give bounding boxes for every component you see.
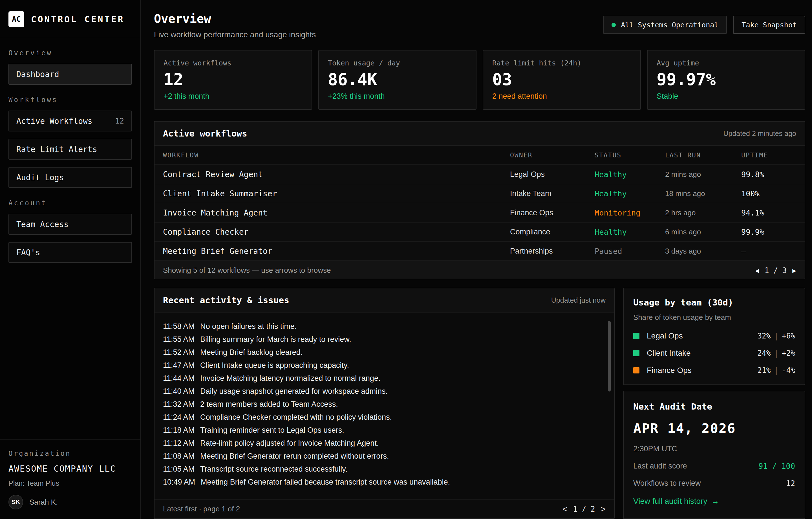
prev-page-icon[interactable]: ◀	[755, 267, 759, 274]
team-color-swatch-icon	[633, 384, 639, 385]
sidebar-item-label: Dashboard	[16, 70, 59, 79]
sidebar-item-dashboard[interactable]: Dashboard	[8, 64, 132, 85]
sidebar-item-faqs[interactable]: FAQ's	[8, 242, 132, 263]
sidebar-item-rate-limit-alerts[interactable]: Rate Limit Alerts	[8, 139, 132, 160]
sidebar-item-active-workflows[interactable]: Active Workflows 12	[8, 111, 132, 132]
activity-time: 11:08 AM	[163, 452, 195, 460]
team-color-swatch-icon	[633, 333, 639, 339]
sidebar-item-label: Rate Limit Alerts	[16, 145, 97, 154]
table-row[interactable]: Meeting Brief Generator Partnerships Pau…	[154, 242, 805, 261]
audit-date: APR 14, 2026	[633, 420, 795, 436]
activity-log-item: 11:05 AMTranscript source reconnected su…	[163, 465, 604, 472]
team-share: 21%	[757, 366, 771, 375]
usage-panel-subtitle: Share of token usage by team	[633, 313, 795, 322]
activity-footer: Latest first · page 1 of 2 < 1 / 2 >	[154, 499, 614, 518]
cell-last-run: 18 mins ago	[665, 189, 735, 198]
active-workflows-panel: Active workflows Updated 2 minutes ago W…	[154, 121, 805, 279]
stat-card: Avg uptime 99.97% Stable	[647, 50, 805, 110]
team-delta: 00%	[782, 383, 795, 385]
cell-uptime: —	[741, 247, 796, 255]
sidebar-item-label: Active Workflows	[16, 116, 92, 126]
cell-owner: Partnerships	[510, 247, 589, 255]
cell-last-run: 3 days ago	[665, 247, 735, 255]
stat-card: Active workflows 12 +2 this month	[154, 50, 312, 110]
separator: |	[771, 383, 782, 385]
table-row[interactable]: Client Intake Summariser Intake Team Hea…	[154, 184, 805, 203]
stat-card-value: 86.4K	[328, 70, 467, 89]
status-dot-icon	[612, 23, 616, 27]
team-delta: -4%	[782, 366, 795, 375]
audit-score-label: Last audit score	[633, 462, 687, 470]
page-subtitle: Live workflow performance and usage insi…	[154, 30, 316, 39]
table-row[interactable]: Compliance Checker Compliance Healthy 6 …	[154, 223, 805, 242]
separator: |	[771, 332, 782, 340]
scrollbar-thumb[interactable]	[608, 321, 611, 391]
activity-pager: < 1 / 2 >	[562, 505, 606, 513]
table-footer: Showing 5 of 12 workflows — use arrows t…	[154, 261, 805, 279]
activity-log-item: 11:52 AMMeeting Brief backlog cleared.	[163, 348, 604, 356]
team-share: 23%	[757, 383, 771, 385]
col-last-run: LAST RUN	[665, 152, 735, 159]
col-workflow: WORKFLOW	[163, 152, 504, 159]
sidebar-item-team-access[interactable]: Team Access	[8, 214, 132, 235]
activity-time: 11:12 AM	[163, 439, 195, 447]
activity-message: Transcript source reconnected successful…	[200, 465, 347, 473]
stat-card-delta: +2 this month	[164, 92, 302, 101]
take-snapshot-button[interactable]: Take Snapshot	[733, 16, 805, 34]
activity-log-item: 11:08 AMMeeting Brief Generator rerun co…	[163, 452, 604, 460]
usage-row: Client Intake 24% | +2%	[633, 349, 795, 358]
team-color-swatch-icon	[633, 350, 639, 356]
activity-log-item: 11:40 AMDaily usage snapshot generated f…	[163, 387, 604, 394]
section-label-overview: Overview	[0, 49, 140, 57]
stat-card-delta: +23% this month	[328, 92, 467, 101]
activity-time: 11:18 AM	[163, 426, 195, 434]
usage-row: Legal Ops 32% | +6%	[633, 331, 795, 340]
team-delta: +2%	[782, 349, 795, 357]
activity-log-item: 11:58 AMNo open failures at this time.	[163, 322, 604, 330]
organization-plan: Plan: Team Plus	[8, 479, 132, 487]
activity-message: Daily usage snapshot generated for works…	[200, 387, 388, 395]
team-name: Client Intake	[647, 349, 757, 358]
next-page-icon[interactable]: ▶	[792, 267, 796, 274]
col-owner: OWNER	[510, 152, 589, 159]
prev-page-icon[interactable]: <	[562, 505, 568, 513]
col-status: STATUS	[594, 152, 660, 159]
activity-log-item: 11:55 AMBilling summary for March is rea…	[163, 335, 604, 343]
team-share: 24%	[757, 349, 771, 357]
sidebar-item-audit-logs[interactable]: Audit Logs	[8, 167, 132, 188]
team-name: Legal Ops	[647, 331, 757, 340]
usage-row: Other teams 23% | 00%	[633, 383, 795, 385]
team-delta: +6%	[782, 332, 795, 340]
activity-time: 11:24 AM	[163, 413, 195, 421]
usage-row: Finance Ops 21% | -4%	[633, 366, 795, 375]
view-audit-history-link[interactable]: View full audit history →	[633, 497, 795, 506]
table-row[interactable]: Contract Review Agent Legal Ops Healthy …	[154, 165, 805, 184]
section-label-account: Account	[0, 199, 140, 207]
bottom-row: Recent activity & issues Updated just no…	[154, 288, 805, 519]
activity-time: 11:47 AM	[163, 361, 195, 370]
cell-workflow: Client Intake Summariser	[163, 189, 504, 198]
stat-card: Token usage / day 86.4K +23% this month	[318, 50, 476, 110]
activity-log-item: 11:18 AMTraining reminder sent to Legal …	[163, 426, 604, 434]
stat-card-label: Avg uptime	[657, 59, 796, 67]
team-color-swatch-icon	[633, 367, 639, 374]
team-name: Other teams	[647, 383, 757, 385]
table-row[interactable]: Invoice Matching Agent Finance Ops Monit…	[154, 203, 805, 223]
activity-panel-title: Recent activity & issues	[163, 295, 289, 305]
audit-panel-title: Next Audit Date	[633, 401, 795, 412]
cell-uptime: 99.8%	[741, 170, 796, 179]
active-workflows-count-badge: 12	[115, 117, 124, 125]
cell-workflow: Meeting Brief Generator	[163, 247, 504, 256]
stat-card-delta: 2 need attention	[492, 92, 631, 101]
next-page-icon[interactable]: >	[601, 505, 606, 513]
audit-score-row: Last audit score 91 / 100	[633, 462, 795, 470]
arrow-right-icon: →	[712, 497, 719, 506]
user-profile[interactable]: SK Sarah K.	[8, 495, 132, 510]
cell-last-run: 2 mins ago	[665, 170, 735, 179]
stat-card-value: 03	[492, 70, 631, 89]
workflows-to-review-label: Workflows to review	[633, 479, 701, 488]
activity-time: 11:55 AM	[163, 335, 195, 344]
stat-card-delta: Stable	[657, 92, 796, 101]
separator: |	[771, 366, 782, 375]
activity-summary-text: Latest first · page 1 of 2	[163, 504, 240, 513]
